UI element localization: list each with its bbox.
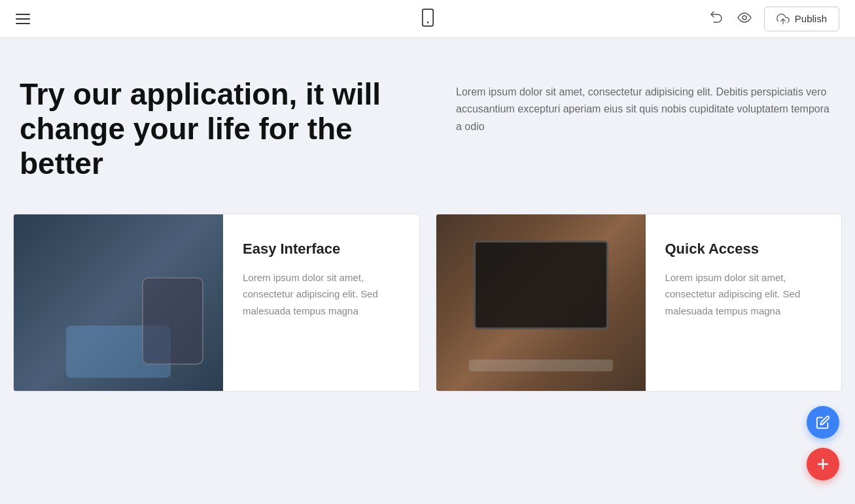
main-content: Try our application, it will change your… xyxy=(0,38,855,418)
fab-edit-button[interactable] xyxy=(807,406,839,439)
svg-point-2 xyxy=(742,16,746,20)
hero-section: Try our application, it will change your… xyxy=(13,77,842,181)
header-left xyxy=(16,14,30,24)
card-image-laptop xyxy=(436,214,646,391)
mobile-preview-icon[interactable] xyxy=(419,8,437,29)
card-title-quick-access: Quick Access xyxy=(665,241,822,258)
card-quick-access: Quick Access Lorem ipsum dolor sit amet,… xyxy=(436,214,843,392)
card-content-easy-interface: Easy Interface Lorem ipsum dolor sit ame… xyxy=(223,214,419,391)
card-content-quick-access: Quick Access Lorem ipsum dolor sit amet,… xyxy=(646,214,842,391)
hero-description: Lorem ipsum dolor sit amet, consectetur … xyxy=(456,77,835,135)
header-center xyxy=(419,8,437,29)
cards-section: Easy Interface Lorem ipsum dolor sit ame… xyxy=(13,214,842,392)
header-right: Publish xyxy=(709,7,839,31)
publish-label: Publish xyxy=(795,13,827,24)
card-easy-interface: Easy Interface Lorem ipsum dolor sit ame… xyxy=(13,214,420,392)
card-text-easy-interface: Lorem ipsum dolor sit amet, consectetur … xyxy=(243,269,400,320)
card-title-easy-interface: Easy Interface xyxy=(243,241,400,258)
preview-icon[interactable] xyxy=(737,10,752,28)
header: Publish xyxy=(0,0,855,38)
card-image-phone xyxy=(14,214,223,391)
publish-button[interactable]: Publish xyxy=(764,7,839,31)
fab-add-button[interactable] xyxy=(807,448,839,480)
menu-icon[interactable] xyxy=(16,14,30,24)
hero-title: Try our application, it will change your… xyxy=(20,77,386,181)
undo-icon[interactable] xyxy=(709,10,725,28)
svg-rect-0 xyxy=(422,9,432,26)
card-text-quick-access: Lorem ipsum dolor sit amet, consectetur … xyxy=(665,269,822,320)
